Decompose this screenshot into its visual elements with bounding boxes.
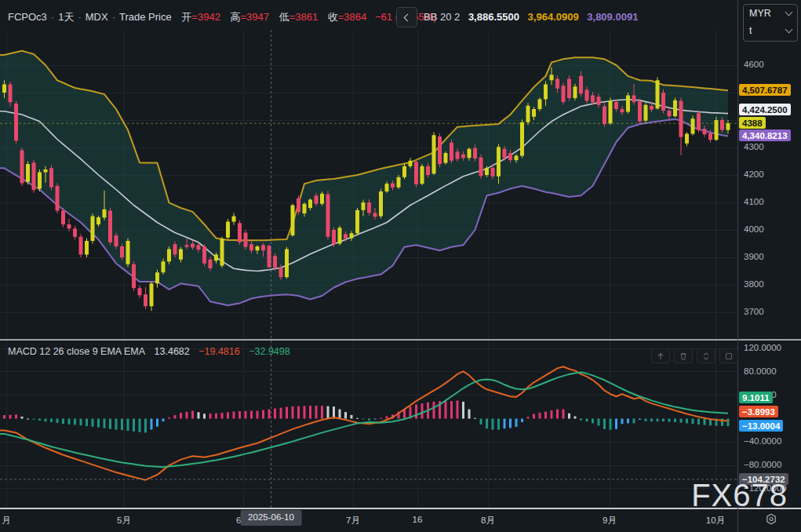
currency-dropdown[interactable]: MYR xyxy=(744,5,797,22)
high-label: 高 xyxy=(230,11,240,23)
price-axis-label: 3900 xyxy=(744,252,764,261)
chart-canvas[interactable] xyxy=(0,0,737,508)
macd-axis-label: −80.0000 xyxy=(744,460,781,469)
bb-middle-badge: 4,424.2500 xyxy=(739,104,791,115)
currency-value: MYR xyxy=(749,8,771,19)
chart-legend: FCPOc3·1天·MDX·Trade Price 开=3942 高=3947 … xyxy=(8,10,437,24)
trash-icon xyxy=(679,352,688,361)
legend-back-button[interactable] xyxy=(396,7,417,27)
high-value: =3947 xyxy=(240,11,269,23)
unit-value: t xyxy=(749,25,752,36)
price-axis[interactable]: 46004300420041004000390038003700120.0000… xyxy=(738,0,801,508)
signal-value-badge: 9.1011 xyxy=(739,392,773,403)
time-axis-label: 10月 xyxy=(706,515,725,527)
bb-upper-badge: 4,507.6787 xyxy=(739,84,791,96)
chevron-left-icon xyxy=(404,13,412,21)
trading-chart-window: FCPOc3·1天·MDX·Trade Price 开=3942 高=3947 … xyxy=(0,0,801,532)
macd-axis-label: −40.0000 xyxy=(744,436,781,446)
macd-pane-toolbar xyxy=(651,348,738,363)
low-label: 低 xyxy=(279,11,289,23)
macd-signal-value: −32.9498 xyxy=(249,346,289,357)
bb-indicator-legend: BB 20 2 3,886.5500 3,964.0909 3,809.0091 xyxy=(424,11,643,23)
macd-line-value: −19.4816 xyxy=(198,346,239,357)
time-axis-label: 8月 xyxy=(481,515,495,527)
chevron-down-icon xyxy=(785,26,793,34)
open-value: =3942 xyxy=(191,11,220,23)
gear-icon xyxy=(764,512,778,527)
time-axis-settings-button[interactable] xyxy=(764,512,778,530)
open-label: 开 xyxy=(181,11,191,23)
time-axis-label: 16 xyxy=(413,515,423,524)
collapse-icon xyxy=(701,352,711,361)
low-value: =3861 xyxy=(289,11,319,23)
exchange-label: MDX xyxy=(86,11,108,23)
pane-divider[interactable] xyxy=(0,339,801,341)
price-axis-label: 4300 xyxy=(744,142,764,151)
macd-indicator-legend: MACD 12 26 close 9 EMA EMA 13.4682 −19.4… xyxy=(8,346,297,357)
series-type-label: Trade Price xyxy=(119,11,172,23)
price-axis-label: 3800 xyxy=(744,279,764,289)
price-axis-label: 4200 xyxy=(744,169,764,179)
price-axis-label: 4100 xyxy=(744,197,764,206)
delete-indicator-button[interactable] xyxy=(674,348,693,363)
last-price-badge: 4388 xyxy=(739,117,766,129)
price-axis-label: 4600 xyxy=(744,60,764,69)
move-pane-up-button[interactable] xyxy=(651,348,670,363)
time-axis-label: 7月 xyxy=(346,515,360,527)
macd-axis-label: 120.0000 xyxy=(744,343,781,352)
symbol-name[interactable]: FCPOc3 xyxy=(8,11,47,23)
close-value: =3864 xyxy=(338,11,367,23)
maximize-icon xyxy=(724,352,734,361)
interval-label[interactable]: 1天 xyxy=(58,11,74,23)
bb-lower-value: 3,809.0091 xyxy=(587,11,638,23)
unit-dropdown[interactable]: t xyxy=(744,22,797,39)
collapse-pane-button[interactable] xyxy=(697,348,715,363)
time-axis-label: 月 xyxy=(2,515,11,527)
time-axis[interactable]: 月5月6月7月168月9月10月2025-06-10 xyxy=(0,509,801,532)
price-axis-label: 3700 xyxy=(744,307,764,316)
arrow-up-icon xyxy=(656,352,665,361)
maximize-pane-button[interactable] xyxy=(719,348,738,363)
price-axis-label: 4000 xyxy=(744,224,764,234)
chevron-down-icon xyxy=(785,9,793,16)
close-label: 收 xyxy=(328,11,338,23)
currency-unit-selector: MYR t xyxy=(743,4,798,42)
time-axis-label: 5月 xyxy=(117,515,131,527)
bb-label[interactable]: BB 20 2 xyxy=(424,11,460,23)
macd-hist-value: 13.4682 xyxy=(155,346,190,357)
crosshair-date-badge: 2025-06-10 xyxy=(240,510,302,526)
macd-axis-label: 80.0000 xyxy=(744,366,777,376)
bb-middle-value: 3,886.5500 xyxy=(468,11,519,23)
fx678-watermark: FX678 xyxy=(691,478,788,513)
time-axis-label: 9月 xyxy=(603,515,617,527)
macd-value-badge: −3.8993 xyxy=(739,406,778,417)
legend-separator: · xyxy=(51,11,54,23)
bb-upper-value: 3,964.0909 xyxy=(528,11,579,23)
bb-lower-badge: 4,340.8213 xyxy=(739,129,791,141)
price-axis-separator xyxy=(737,0,738,532)
macd-label[interactable]: MACD 12 26 close 9 EMA EMA xyxy=(8,346,145,357)
histogram-value-badge: −13.0004 xyxy=(739,420,783,432)
